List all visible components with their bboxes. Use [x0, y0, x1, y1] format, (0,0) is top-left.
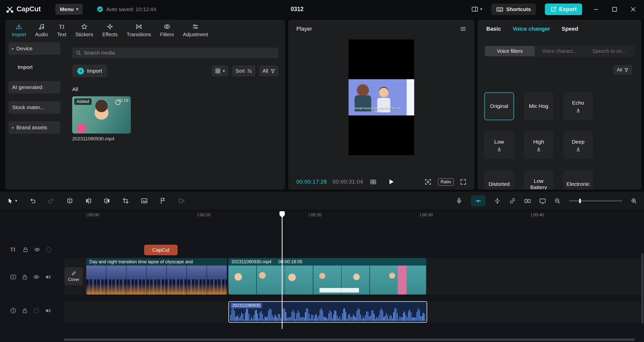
extract-audio-button[interactable]: [178, 197, 185, 204]
autosave-status: Auto saved: 10:12:44: [97, 6, 156, 12]
tab-filters[interactable]: Filters: [160, 23, 174, 37]
player-stage: enough money to take care of all your wa…: [288, 38, 474, 174]
sidebar-item-ai-generated[interactable]: AI generated: [9, 81, 60, 94]
timeline: 00:00 00:10 00:20 00:30 00:40 TI Cover C…: [0, 210, 644, 342]
media-filter-button[interactable]: All: [259, 65, 278, 76]
video-clip-main[interactable]: 202311090930.mp4 00:00:18:05: [228, 258, 426, 294]
media-item[interactable]: Added 00:19 202311090930.mp4: [72, 96, 131, 142]
tab-transitions[interactable]: Transitions: [127, 23, 151, 37]
voice-filter-card-distorted[interactable]: Distorted: [484, 170, 514, 190]
audio-clip[interactable]: 202311090930: [228, 301, 427, 323]
tab-stickers[interactable]: Stickers: [75, 23, 93, 37]
delete-right-button[interactable]: [104, 197, 110, 204]
close-button[interactable]: [628, 5, 638, 14]
delete-left-button[interactable]: [85, 197, 92, 204]
ratio-button[interactable]: Ratio: [438, 178, 454, 186]
subtab-voice-filters[interactable]: Voice filters: [485, 46, 535, 56]
undo-button[interactable]: [29, 197, 36, 204]
toggle-circle-icon[interactable]: [33, 308, 39, 314]
main-track-magnet-toggle[interactable]: [471, 195, 486, 206]
triangle-icon: ▸: [12, 125, 14, 130]
cover-button[interactable]: Cover: [65, 267, 83, 285]
layout-toggle-button[interactable]: ▾: [471, 6, 482, 13]
added-badge: Added: [74, 98, 92, 105]
visibility-icon[interactable]: [34, 246, 40, 253]
menu-button[interactable]: Menu ▾: [55, 4, 83, 15]
tab-import[interactable]: Import: [12, 23, 26, 37]
play-button[interactable]: [387, 178, 395, 186]
audio-track-header: [0, 304, 64, 317]
speaker-icon[interactable]: [45, 274, 51, 280]
view-mode-button[interactable]: ▾: [212, 65, 228, 76]
media-sidebar: ▸ Device Import AI generated Stock mater…: [5, 41, 64, 190]
fullscreen-icon[interactable]: [460, 179, 466, 185]
voice-filter-card-low[interactable]: Low: [484, 131, 514, 159]
lock-icon[interactable]: [22, 274, 28, 280]
visibility-icon[interactable]: [33, 274, 39, 280]
playhead[interactable]: [282, 211, 283, 329]
sidebar-item-device[interactable]: ▸ Device: [9, 42, 60, 55]
toggle-circle-icon[interactable]: [46, 246, 52, 253]
select-tool-button[interactable]: ▾: [7, 198, 17, 204]
video-clip-cityscape[interactable]: Day and night transition time lapse of c…: [86, 258, 227, 294]
media-filename: 202311090930.mp4: [72, 136, 131, 142]
tab-adjustment[interactable]: Adjustment: [183, 23, 208, 37]
tab-text[interactable]: TI Text: [57, 23, 66, 37]
zoom-slider[interactable]: [569, 199, 622, 203]
tab-basic[interactable]: Basic: [486, 26, 501, 32]
freeze-frame-button[interactable]: [141, 197, 148, 204]
voice-filter-card-echo[interactable]: Echo: [563, 92, 593, 120]
funnel-icon: [270, 69, 275, 73]
voice-filter-card-high[interactable]: High: [524, 131, 553, 159]
subtab-voice-characters[interactable]: Voice charact...: [535, 46, 584, 56]
current-time: 00:00:17:28: [296, 179, 327, 185]
sidebar-item-stock-materials[interactable]: Stock mater...: [9, 101, 60, 114]
voice-filter-card-deep[interactable]: Deep: [563, 131, 593, 159]
sidebar-item-brand-assets[interactable]: ▸ Brand assets: [9, 121, 60, 134]
redo-button[interactable]: [48, 197, 55, 204]
frame-view-icon[interactable]: [370, 179, 376, 185]
search-media-input[interactable]: [84, 50, 275, 56]
sticker-star-icon: [81, 23, 88, 30]
auto-snap-toggle[interactable]: [494, 198, 501, 204]
timeline-ruler[interactable]: 00:00 00:10 00:20 00:30 00:40: [0, 210, 644, 220]
tab-effects[interactable]: Effects: [102, 23, 118, 37]
vertical-scrollbar[interactable]: [641, 253, 643, 324]
zoom-out-button[interactable]: [554, 198, 560, 204]
voice-filter-card-mic-hog[interactable]: Mic Hog: [524, 92, 553, 120]
split-button[interactable]: [66, 197, 73, 204]
player-menu-icon[interactable]: [460, 26, 466, 32]
horizontal-scrollbar[interactable]: [64, 338, 635, 341]
funnel-icon: [624, 68, 629, 72]
text-clip[interactable]: CapCut: [144, 245, 178, 255]
shortcuts-button[interactable]: Shortcuts: [491, 4, 536, 15]
zoom-slider-handle[interactable]: [579, 199, 581, 203]
tab-speed[interactable]: Speed: [561, 26, 578, 32]
tab-audio[interactable]: Audio: [35, 23, 48, 37]
subtab-speech-to-song[interactable]: Speech to so...: [584, 46, 634, 56]
adapt-screen-button[interactable]: [539, 198, 546, 204]
voice-filter-card-original[interactable]: Original: [484, 92, 514, 120]
speaker-icon[interactable]: [45, 308, 51, 314]
app-logo: CapCut: [6, 5, 41, 13]
sidebar-item-import[interactable]: Import: [9, 61, 60, 73]
lock-icon[interactable]: [22, 246, 29, 253]
focus-icon[interactable]: [425, 179, 431, 185]
minimize-button[interactable]: [591, 5, 601, 14]
zoom-in-button[interactable]: [631, 198, 637, 204]
crop-button[interactable]: [122, 197, 129, 204]
export-button[interactable]: Export: [545, 4, 582, 15]
linked-selection-toggle[interactable]: [509, 198, 516, 204]
voice-filter-all-button[interactable]: All: [613, 65, 632, 75]
voice-filter-card-electronic[interactable]: Electronic: [563, 170, 593, 190]
marker-flag-button[interactable]: [159, 197, 166, 204]
maximize-button[interactable]: [610, 5, 619, 14]
voice-filter-card-low-battery[interactable]: Low Battery: [524, 170, 553, 190]
preview-axis-toggle[interactable]: [524, 198, 531, 204]
microphone-button[interactable]: [456, 198, 462, 204]
tab-voice-changer[interactable]: Voice changer: [513, 26, 550, 32]
sort-button[interactable]: Sort: [232, 65, 255, 76]
import-media-button[interactable]: Import: [72, 65, 107, 77]
lock-icon[interactable]: [22, 308, 28, 314]
chevron-down-icon: ▾: [223, 68, 225, 74]
